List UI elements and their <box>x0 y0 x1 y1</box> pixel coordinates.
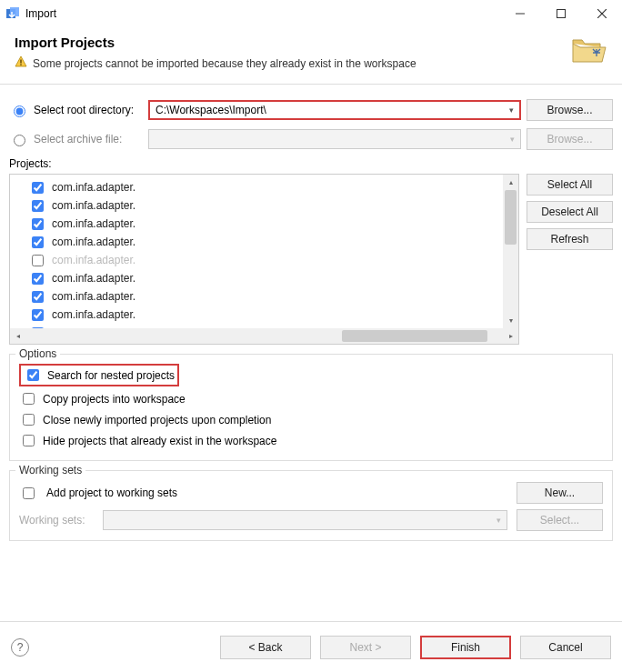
scroll-thumb[interactable] <box>505 190 517 245</box>
chevron-down-icon: ▾ <box>509 105 514 115</box>
add-to-working-sets-checkbox[interactable] <box>23 487 35 499</box>
project-checkbox[interactable] <box>32 309 44 321</box>
project-label: com.infa.adapter. <box>52 236 135 248</box>
project-checkbox[interactable] <box>32 291 44 303</box>
minimize-button[interactable] <box>499 0 540 27</box>
project-label: com.infa.adapter. <box>52 181 135 194</box>
vertical-scrollbar[interactable]: ▴ ▾ <box>503 175 518 328</box>
options-title: Options <box>15 347 60 360</box>
finish-button[interactable]: Finish <box>420 636 511 659</box>
project-label: com.infa.adapter. <box>52 254 135 266</box>
root-directory-value: C:\Workspaces\Import\ <box>156 104 266 116</box>
working-sets-title: Working sets <box>15 464 85 476</box>
list-item[interactable]: com.infa.adapter. <box>10 287 518 306</box>
project-label: com.infa.adapter. <box>52 217 135 230</box>
root-directory-field[interactable]: C:\Workspaces\Import\ ▾ <box>148 100 521 120</box>
options-group: Options Search for nested projects Copy … <box>9 354 613 461</box>
browse-root-button[interactable]: Browse... <box>527 99 613 121</box>
titlebar-title: Import <box>25 7 499 20</box>
list-item[interactable]: com.infa.adapter. <box>10 178 518 196</box>
scroll-left-icon[interactable]: ◂ <box>10 328 25 344</box>
titlebar: Import <box>0 0 622 27</box>
scroll-thumb-horizontal[interactable] <box>342 330 487 342</box>
hide-existing-label: Hide projects that already exist in the … <box>43 435 276 447</box>
list-item[interactable]: com.infa.adapter. <box>10 306 518 324</box>
list-item[interactable]: com.infa.adapter. <box>10 269 518 287</box>
new-working-set-button[interactable]: New... <box>517 482 603 504</box>
scroll-down-icon[interactable]: ▾ <box>503 313 518 328</box>
project-checkbox[interactable] <box>32 236 44 248</box>
project-label: com.infa.adapter. <box>52 308 135 321</box>
scroll-right-icon[interactable]: ▸ <box>503 328 518 344</box>
archive-file-field: ▾ <box>148 129 521 149</box>
hide-existing-checkbox[interactable] <box>23 435 35 446</box>
svg-rect-7 <box>20 64 21 65</box>
close-button[interactable] <box>581 0 622 27</box>
folder-open-icon <box>569 35 607 67</box>
list-item[interactable]: com.infa.adapter. <box>10 251 518 269</box>
select-root-directory-label: Select root directory: <box>34 104 143 116</box>
select-working-set-button: Select... <box>517 509 603 531</box>
project-checkbox[interactable] <box>32 200 44 212</box>
select-archive-file-radio[interactable] <box>14 135 25 146</box>
list-item[interactable]: com.infa.adapter. <box>10 233 518 251</box>
svg-rect-6 <box>20 60 21 64</box>
chevron-down-icon: ▾ <box>510 135 515 144</box>
copy-into-workspace-checkbox[interactable] <box>23 393 35 405</box>
import-app-icon <box>5 6 20 21</box>
list-item[interactable]: com.infa.adapter. <box>10 196 518 215</box>
copy-into-workspace-label: Copy projects into workspace <box>43 393 186 406</box>
help-icon[interactable]: ? <box>11 638 29 657</box>
next-button: Next > <box>320 636 411 659</box>
close-on-complete-label: Close newly imported projects upon compl… <box>43 414 271 426</box>
project-checkbox[interactable] <box>32 182 44 194</box>
cancel-button[interactable]: Cancel <box>520 636 611 659</box>
projects-label: Projects: <box>9 157 613 170</box>
refresh-button[interactable]: Refresh <box>527 228 613 250</box>
search-nested-checkbox[interactable] <box>27 369 39 381</box>
projects-list[interactable]: com.infa.adapter.com.infa.adapter.com.in… <box>9 174 519 345</box>
working-sets-dropdown: ▾ <box>103 510 507 530</box>
chevron-down-icon: ▾ <box>497 516 501 525</box>
add-to-working-sets-label: Add project to working sets <box>46 486 507 499</box>
maximize-button[interactable] <box>540 0 581 27</box>
svg-rect-3 <box>557 10 565 18</box>
horizontal-scrollbar[interactable]: ◂ ▸ <box>10 328 518 344</box>
project-label: com.infa.adapter. <box>52 290 135 303</box>
select-archive-file-label: Select archive file: <box>34 133 143 145</box>
project-label: com.infa.adapter. <box>52 199 135 212</box>
project-label: com.infa.adapter. <box>52 272 135 285</box>
working-sets-label: Working sets: <box>19 514 94 527</box>
select-all-button[interactable]: Select All <box>527 174 613 196</box>
page-title: Import Projects <box>15 35 560 50</box>
scroll-up-icon[interactable]: ▴ <box>503 175 518 190</box>
list-item[interactable]: com.infa.adapter. <box>10 215 518 233</box>
project-checkbox[interactable] <box>32 218 44 230</box>
page-subtitle: Some projects cannot be imported because… <box>33 57 416 70</box>
close-on-complete-checkbox[interactable] <box>23 414 35 426</box>
back-button[interactable]: < Back <box>220 636 311 659</box>
wizard-header: Import Projects Some projects cannot be … <box>0 27 622 85</box>
search-nested-label: Search for nested projects <box>47 369 175 382</box>
project-checkbox[interactable] <box>32 273 44 285</box>
working-sets-group: Working sets Add project to working sets… <box>9 470 613 541</box>
browse-archive-button: Browse... <box>527 128 613 150</box>
wizard-footer: ? < Back Next > Finish Cancel <box>0 621 622 672</box>
deselect-all-button[interactable]: Deselect All <box>527 201 613 223</box>
project-checkbox[interactable] <box>32 255 44 266</box>
select-root-directory-radio[interactable] <box>14 105 25 117</box>
warning-icon <box>15 55 27 71</box>
